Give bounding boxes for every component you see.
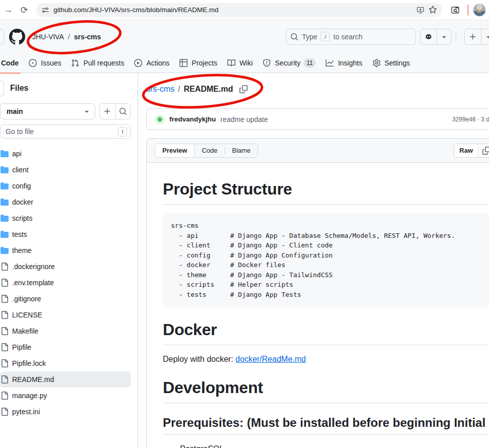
tab-code[interactable]: Code bbox=[0, 53, 24, 73]
copilot-dropdown[interactable] bbox=[437, 29, 451, 44]
tree-item-api[interactable]: api bbox=[0, 146, 131, 162]
raw-button[interactable]: Raw bbox=[454, 144, 478, 157]
tree-item-readme-selected[interactable]: README.md bbox=[0, 371, 131, 388]
github-header: JHU-VIVA / srs-cms Type / to search bbox=[0, 20, 489, 53]
section-heading-docker: Docker bbox=[163, 319, 489, 345]
tree-item-gitignore[interactable]: .gitignore bbox=[0, 291, 131, 307]
copy-path-icon[interactable] bbox=[239, 85, 248, 93]
file-icon bbox=[1, 408, 9, 416]
reload-icon: ⟳ bbox=[20, 5, 28, 16]
chevron-down-icon bbox=[440, 33, 448, 41]
commit-message[interactable]: readme update bbox=[220, 115, 268, 123]
add-file-button[interactable] bbox=[100, 104, 115, 119]
org-link[interactable]: JHU-VIVA bbox=[32, 33, 64, 41]
raw-actions-group: Raw bbox=[454, 144, 489, 158]
header-actions: Type / to search bbox=[286, 29, 489, 45]
prerequisites-list: PostgreSQL bbox=[163, 443, 489, 448]
folder-icon bbox=[1, 150, 9, 158]
go-to-file-input[interactable] bbox=[6, 127, 118, 136]
tab-projects[interactable]: Projects bbox=[174, 53, 222, 73]
tree-item-pipfile-lock[interactable]: Pipfile.lock bbox=[0, 355, 131, 371]
address-bar[interactable]: github.com/JHU-VIVA/srs-cms/blob/main/RE… bbox=[36, 3, 442, 17]
copy-icon bbox=[482, 147, 489, 155]
project-table-icon bbox=[179, 59, 188, 67]
search-text-suffix: to search bbox=[333, 33, 362, 41]
forward-button[interactable]: → bbox=[0, 2, 16, 18]
tree-item-dockerignore[interactable]: .dockerignore bbox=[0, 259, 131, 275]
install-app-icon[interactable] bbox=[416, 6, 424, 14]
collapse-sidebar-button[interactable] bbox=[0, 80, 4, 96]
reload-button[interactable]: ⟳ bbox=[16, 2, 32, 18]
tree-item-config[interactable]: config bbox=[0, 178, 131, 194]
tree-item-pytest-ini[interactable]: pytest.ini bbox=[0, 404, 131, 420]
tree-item-docker[interactable]: docker bbox=[0, 194, 131, 210]
copy-content-button[interactable] bbox=[478, 144, 489, 157]
tab-actions[interactable]: Actions bbox=[129, 53, 174, 73]
branch-name: main bbox=[7, 107, 23, 115]
search-text-prefix: Type bbox=[302, 33, 317, 41]
commit-author[interactable]: fredvandykjhu bbox=[169, 115, 216, 123]
section-heading-project-structure: Project Structure bbox=[163, 179, 489, 205]
search-tree-button[interactable] bbox=[115, 104, 130, 119]
create-new-button[interactable] bbox=[464, 29, 489, 45]
tree-item-client[interactable]: client bbox=[0, 162, 131, 178]
tab-insights[interactable]: Insights bbox=[321, 53, 367, 73]
tree-item-theme[interactable]: theme bbox=[0, 242, 131, 259]
branch-selector[interactable]: main bbox=[0, 103, 95, 119]
tab-security[interactable]: Security 11 bbox=[258, 53, 321, 73]
global-search-button[interactable]: Type / to search bbox=[286, 29, 416, 45]
commit-author-avatar[interactable] bbox=[155, 114, 165, 124]
tree-item-license[interactable]: LICENSE bbox=[0, 307, 131, 323]
security-count-badge: 11 bbox=[303, 58, 316, 68]
tree-item-manage-py[interactable]: manage.py bbox=[0, 388, 131, 404]
copilot-icon bbox=[424, 33, 433, 41]
docker-readme-link[interactable]: docker/ReadMe.md bbox=[235, 355, 306, 363]
docker-paragraph: Deploy with docker: docker/ReadMe.md bbox=[163, 353, 489, 365]
tab-label: Security bbox=[275, 59, 300, 67]
tab-code-view[interactable]: Code bbox=[195, 144, 224, 157]
tab-blame[interactable]: Blame bbox=[225, 144, 258, 157]
tree-item-scripts[interactable]: scripts bbox=[0, 210, 131, 226]
search-tabs-button[interactable] bbox=[447, 2, 463, 18]
breadcrumb-separator: / bbox=[178, 85, 180, 94]
repo-context-breadcrumb: JHU-VIVA / srs-cms bbox=[32, 33, 101, 41]
folder-icon bbox=[1, 214, 9, 222]
tree-item-tests[interactable]: tests bbox=[0, 226, 131, 242]
file-icon bbox=[1, 343, 9, 351]
tab-preview[interactable]: Preview bbox=[155, 144, 195, 157]
tab-label: Code bbox=[1, 59, 19, 67]
repo-name[interactable]: srs-cms bbox=[74, 33, 101, 41]
view-mode-switcher: Preview Code Blame bbox=[155, 144, 258, 158]
tab-issues[interactable]: Issues bbox=[24, 53, 66, 73]
create-new-dropdown[interactable] bbox=[481, 29, 489, 44]
tree-item-pipfile[interactable]: Pipfile bbox=[0, 339, 131, 355]
gear-icon bbox=[373, 59, 381, 67]
copilot-button[interactable] bbox=[420, 29, 452, 45]
tab-label: Issues bbox=[41, 59, 61, 67]
folder-icon bbox=[1, 182, 9, 190]
readme-card: Preview Code Blame Raw Project Structure… bbox=[146, 138, 489, 448]
browser-profile-avatar[interactable] bbox=[473, 4, 486, 17]
tab-settings[interactable]: Settings bbox=[368, 53, 415, 73]
browser-toolbar: → ⟳ github.com/JHU-VIVA/srs-cms/blob/mai… bbox=[0, 0, 489, 20]
tab-pull-requests[interactable]: Pull requests bbox=[66, 53, 129, 73]
hamburger-menu-button[interactable] bbox=[0, 29, 4, 45]
goto-key-hint: t bbox=[118, 127, 127, 137]
slash-key-hint: / bbox=[321, 32, 330, 41]
tree-item-env-template[interactable]: .env.template bbox=[0, 275, 131, 291]
issue-opened-icon bbox=[29, 59, 37, 67]
folder-icon bbox=[1, 198, 9, 206]
breadcrumb-repo-link[interactable]: srs-cms bbox=[146, 85, 174, 94]
github-logo-icon[interactable] bbox=[9, 29, 25, 45]
git-pull-request-icon bbox=[71, 59, 79, 67]
file-icon bbox=[1, 327, 9, 335]
section-heading-development: Development bbox=[163, 377, 489, 403]
play-icon bbox=[134, 59, 142, 67]
project-structure-code-block: srs-cms - api # Django App - Database Sc… bbox=[163, 213, 489, 307]
chevron-down-icon bbox=[484, 33, 489, 41]
commit-hash-and-time[interactable]: 3299e46 · 3 days ago bbox=[452, 116, 489, 123]
bookmark-star-icon[interactable] bbox=[429, 6, 437, 14]
tab-wiki[interactable]: Wiki bbox=[222, 53, 258, 73]
site-settings-icon[interactable] bbox=[41, 6, 49, 14]
tree-item-makefile[interactable]: Makefile bbox=[0, 323, 131, 339]
